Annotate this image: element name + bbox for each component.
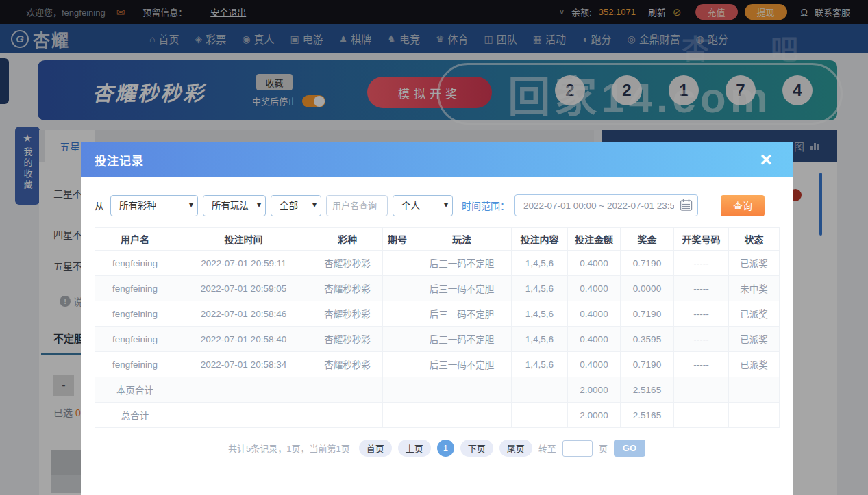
pagination: 共计5条记录，1页，当前第1页 首页 上页 1 下页 尾页 转至 页 GO	[95, 440, 779, 457]
cell: -----	[674, 276, 729, 301]
table-row: fengfeining2022-07-01 20:59:11杏耀秒秒彩后三一码不…	[95, 251, 780, 276]
cell: 后三一码不定胆	[412, 352, 512, 377]
cell: 0.4000	[568, 301, 621, 327]
cell: 后三一码不定胆	[412, 276, 512, 301]
status-badge	[729, 403, 780, 428]
first-page-button[interactable]: 首页	[359, 440, 392, 457]
date-range-input[interactable]	[514, 194, 698, 216]
cell: fengfeining	[95, 251, 175, 276]
column-header: 奖金	[621, 228, 674, 251]
cell	[312, 403, 383, 428]
cell: 2022-07-01 20:58:40	[175, 327, 312, 352]
table-row: fengfeining2022-07-01 20:59:05杏耀秒秒彩后三一码不…	[95, 276, 780, 301]
cell: 后三一码不定胆	[412, 251, 512, 276]
cell: 2.5165	[621, 403, 674, 428]
all-select-wrap: 全部 ▾	[271, 195, 321, 216]
status-badge	[729, 377, 780, 403]
cell: 本页合计	[95, 377, 175, 403]
goto-label: 转至	[538, 442, 556, 455]
cell: fengfeining	[95, 352, 175, 377]
filter-bar: 从 所有彩种 ▾ 所有玩法 ▾ 全部 ▾ 个人 ▾ 时间范围：	[95, 194, 779, 216]
status-badge: 已派奖	[729, 327, 780, 352]
modal-body: 从 所有彩种 ▾ 所有玩法 ▾ 全部 ▾ 个人 ▾ 时间范围：	[81, 194, 793, 457]
column-header: 投注时间	[175, 228, 312, 251]
cell: 1,4,5,6	[512, 251, 568, 276]
calendar-icon[interactable]	[680, 199, 693, 212]
query-button[interactable]: 查询	[721, 195, 765, 216]
cell: 1,4,5,6	[512, 352, 568, 377]
cell: 杏耀秒秒彩	[312, 251, 383, 276]
cell	[175, 377, 312, 403]
cell	[383, 251, 412, 276]
column-header: 投注金额	[568, 228, 621, 251]
column-header: 玩法	[412, 228, 512, 251]
cell: 2.5165	[621, 377, 674, 403]
cell	[412, 377, 512, 403]
cell: 杏耀秒秒彩	[312, 276, 383, 301]
cell: -----	[674, 352, 729, 377]
cell: 1,4,5,6	[512, 327, 568, 352]
username-input[interactable]	[326, 195, 388, 216]
cell	[383, 352, 412, 377]
play-select[interactable]: 所有玩法	[203, 195, 266, 216]
pagination-summary: 共计5条记录，1页，当前第1页	[228, 442, 350, 455]
scope-select[interactable]: 个人	[393, 195, 453, 216]
cell: 杏耀秒秒彩	[312, 327, 383, 352]
cell: fengfeining	[95, 327, 175, 352]
prev-page-button[interactable]: 上页	[398, 440, 431, 457]
column-header: 开奖号码	[674, 228, 729, 251]
go-button[interactable]: GO	[614, 440, 645, 457]
cell: 杏耀秒秒彩	[312, 301, 383, 327]
cell: 0.3595	[621, 327, 674, 352]
lottery-select[interactable]: 所有彩种	[110, 195, 198, 216]
bet-records-table: 用户名投注时间彩种期号玩法投注内容投注金额奖金开奖号码状态 fengfeinin…	[95, 227, 780, 428]
cell: 后三一码不定胆	[412, 327, 512, 352]
cell: 2022-07-01 20:59:05	[175, 276, 312, 301]
status-badge: 已派奖	[729, 301, 780, 327]
current-page-badge[interactable]: 1	[437, 440, 454, 457]
column-header: 状态	[729, 228, 780, 251]
from-label: 从	[95, 199, 104, 212]
cell: 1,4,5,6	[512, 276, 568, 301]
cell	[312, 377, 383, 403]
modal-title: 投注记录	[95, 151, 144, 168]
cell	[412, 403, 512, 428]
cell: 2022-07-01 20:58:34	[175, 352, 312, 377]
table-row: fengfeining2022-07-01 20:58:46杏耀秒秒彩后三一码不…	[95, 301, 780, 327]
cell	[383, 377, 412, 403]
modal-header: 投注记录 ×	[81, 142, 793, 177]
table-row: 总合计2.00002.5165	[95, 403, 780, 428]
column-header: 彩种	[312, 228, 383, 251]
cell: fengfeining	[95, 301, 175, 327]
bet-records-modal: 投注记录 × 从 所有彩种 ▾ 所有玩法 ▾ 全部 ▾ 个人 ▾ 时间范围：	[81, 142, 793, 495]
cell: 2022-07-01 20:58:46	[175, 301, 312, 327]
cell	[512, 377, 568, 403]
close-icon[interactable]: ×	[760, 149, 772, 170]
goto-page-input[interactable]	[562, 440, 593, 457]
cell: 0.4000	[568, 276, 621, 301]
last-page-button[interactable]: 尾页	[499, 440, 532, 457]
cell: 后三一码不定胆	[412, 301, 512, 327]
status-badge: 已派奖	[729, 352, 780, 377]
cell: fengfeining	[95, 276, 175, 301]
column-header: 投注内容	[512, 228, 568, 251]
cell: 0.4000	[568, 251, 621, 276]
table-row: fengfeining2022-07-01 20:58:34杏耀秒秒彩后三一码不…	[95, 352, 780, 377]
cell: 0.7190	[621, 352, 674, 377]
next-page-button[interactable]: 下页	[460, 440, 493, 457]
cell: 0.7190	[621, 301, 674, 327]
cell: 0.4000	[568, 352, 621, 377]
cell: -----	[674, 301, 729, 327]
cell	[383, 301, 412, 327]
status-badge: 未中奖	[729, 276, 780, 301]
table-row: 本页合计2.00002.5165	[95, 377, 780, 403]
table-header-row: 用户名投注时间彩种期号玩法投注内容投注金额奖金开奖号码状态	[95, 228, 780, 251]
cell	[383, 327, 412, 352]
column-header: 期号	[383, 228, 412, 251]
cell: 0.7190	[621, 251, 674, 276]
status-badge: 已派奖	[729, 251, 780, 276]
cell	[512, 403, 568, 428]
cell	[674, 377, 729, 403]
cell: 2.0000	[568, 377, 621, 403]
all-select[interactable]: 全部	[271, 195, 321, 216]
